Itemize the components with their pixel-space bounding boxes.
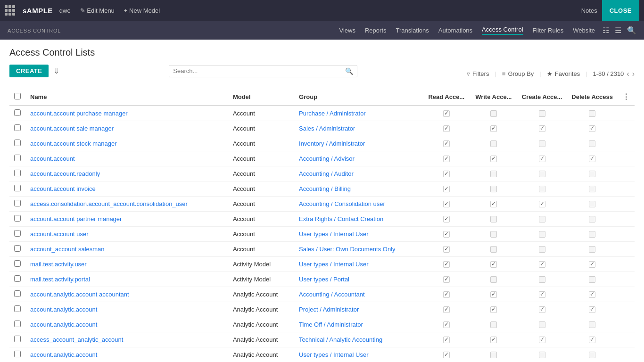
group-header[interactable]: Group (294, 89, 423, 106)
row-delete-15[interactable] (567, 332, 618, 347)
next-page-button[interactable]: › (632, 70, 635, 78)
row-checkbox-16[interactable] (9, 347, 25, 362)
row-delete-5[interactable] (567, 181, 618, 197)
row-create-14[interactable] (517, 317, 567, 332)
row-checkbox-14[interactable] (9, 317, 25, 332)
row-read-6[interactable] (423, 197, 470, 212)
row-write-9[interactable] (470, 242, 517, 257)
row-delete-2[interactable] (567, 136, 618, 151)
nav-website[interactable]: Website (573, 27, 595, 34)
row-checkbox-10[interactable] (9, 257, 25, 272)
row-delete-8[interactable] (567, 227, 618, 242)
row-read-7[interactable] (423, 212, 470, 227)
options-header[interactable]: ⋮ (618, 89, 635, 106)
row-write-15[interactable] (470, 332, 517, 347)
nav-translations[interactable]: Translations (396, 27, 429, 34)
row-delete-10[interactable] (567, 257, 618, 272)
row-checkbox-4[interactable] (9, 166, 25, 181)
favorites-button[interactable]: ★ Favorites (547, 70, 580, 77)
nav-automations[interactable]: Automations (438, 27, 472, 34)
search-icon[interactable]: 🔍 (345, 67, 353, 75)
row-checkbox-8[interactable] (9, 227, 25, 242)
notes-button[interactable]: Notes (581, 7, 597, 14)
row-read-14[interactable] (423, 317, 470, 332)
row-read-9[interactable] (423, 242, 470, 257)
new-model-link[interactable]: + New Model (124, 7, 160, 14)
row-create-13[interactable] (517, 302, 567, 317)
row-create-9[interactable] (517, 242, 567, 257)
row-read-2[interactable] (423, 136, 470, 151)
filters-button[interactable]: ▿ Filters (467, 70, 489, 77)
row-write-14[interactable] (470, 317, 517, 332)
row-checkbox-12[interactable] (9, 287, 25, 302)
row-read-13[interactable] (423, 302, 470, 317)
row-checkbox-5[interactable] (9, 181, 25, 197)
row-delete-0[interactable] (567, 106, 618, 121)
row-create-12[interactable] (517, 287, 567, 302)
row-read-10[interactable] (423, 257, 470, 272)
person-icon[interactable]: ☷ (603, 26, 609, 35)
row-write-1[interactable] (470, 121, 517, 136)
row-read-8[interactable] (423, 227, 470, 242)
search-input[interactable] (173, 67, 345, 74)
row-checkbox-2[interactable] (9, 136, 25, 151)
row-create-3[interactable] (517, 151, 567, 166)
row-write-3[interactable] (470, 151, 517, 166)
row-read-15[interactable] (423, 332, 470, 347)
row-write-8[interactable] (470, 227, 517, 242)
nav-views[interactable]: Views (339, 27, 355, 34)
row-create-15[interactable] (517, 332, 567, 347)
row-create-7[interactable] (517, 212, 567, 227)
row-create-5[interactable] (517, 181, 567, 197)
row-write-12[interactable] (470, 287, 517, 302)
row-delete-7[interactable] (567, 212, 618, 227)
row-delete-16[interactable] (567, 347, 618, 362)
row-write-10[interactable] (470, 257, 517, 272)
row-delete-6[interactable] (567, 197, 618, 212)
row-checkbox-7[interactable] (9, 212, 25, 227)
row-read-16[interactable] (423, 347, 470, 362)
row-write-2[interactable] (470, 136, 517, 151)
row-checkbox-11[interactable] (9, 272, 25, 287)
row-read-5[interactable] (423, 181, 470, 197)
edit-menu-link[interactable]: ✎ Edit Menu (80, 7, 115, 14)
nav-access-control[interactable]: Access Control (482, 26, 523, 35)
row-delete-4[interactable] (567, 166, 618, 181)
row-create-1[interactable] (517, 121, 567, 136)
row-write-13[interactable] (470, 302, 517, 317)
delete-header[interactable]: Delete Access (567, 89, 618, 106)
download-icon[interactable]: ⇓ (53, 66, 59, 75)
row-checkbox-6[interactable] (9, 197, 25, 212)
search-nav-icon[interactable]: 🔍 (627, 26, 636, 35)
row-write-6[interactable] (470, 197, 517, 212)
row-checkbox-9[interactable] (9, 242, 25, 257)
row-write-16[interactable] (470, 347, 517, 362)
row-delete-1[interactable] (567, 121, 618, 136)
row-delete-3[interactable] (567, 151, 618, 166)
row-checkbox-3[interactable] (9, 151, 25, 166)
row-create-0[interactable] (517, 106, 567, 121)
row-create-4[interactable] (517, 166, 567, 181)
row-create-16[interactable] (517, 347, 567, 362)
row-write-11[interactable] (470, 272, 517, 287)
model-header[interactable]: Model (228, 89, 294, 106)
write-header[interactable]: Write Acce... (470, 89, 517, 106)
row-create-11[interactable] (517, 272, 567, 287)
row-read-12[interactable] (423, 287, 470, 302)
row-create-2[interactable] (517, 136, 567, 151)
row-write-0[interactable] (470, 106, 517, 121)
read-header[interactable]: Read Acce... (423, 89, 470, 106)
row-checkbox-0[interactable] (9, 106, 25, 121)
name-header[interactable]: Name (25, 89, 228, 106)
row-read-4[interactable] (423, 166, 470, 181)
row-write-7[interactable] (470, 212, 517, 227)
row-create-10[interactable] (517, 257, 567, 272)
row-read-11[interactable] (423, 272, 470, 287)
app-grid-icon[interactable] (5, 5, 15, 16)
row-delete-12[interactable] (567, 287, 618, 302)
row-write-5[interactable] (470, 181, 517, 197)
row-checkbox-1[interactable] (9, 121, 25, 136)
row-delete-9[interactable] (567, 242, 618, 257)
select-all-header[interactable] (9, 89, 25, 106)
row-read-3[interactable] (423, 151, 470, 166)
